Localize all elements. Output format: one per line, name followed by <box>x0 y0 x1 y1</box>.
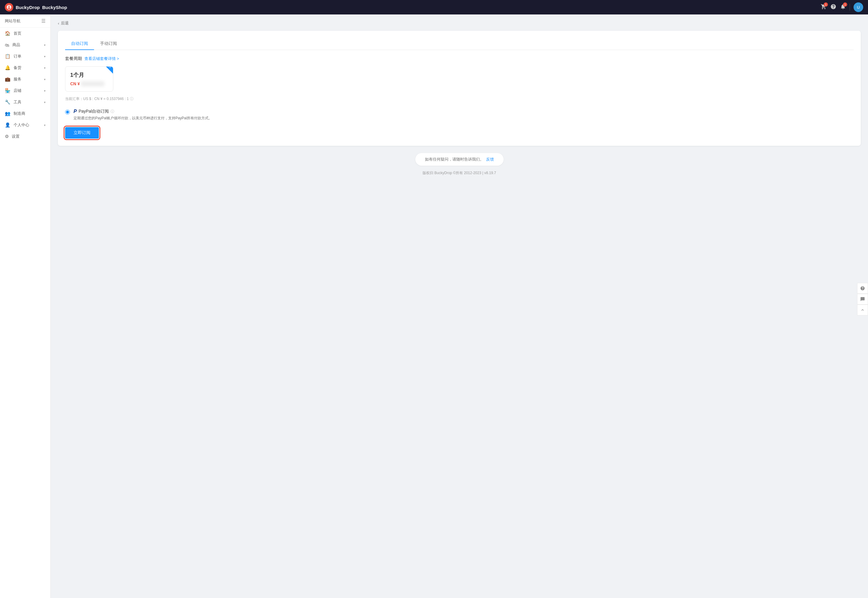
chevron-down-icon: ▾ <box>44 124 45 127</box>
back-arrow-icon: ‹ <box>58 21 59 25</box>
cart-badge: 1 <box>824 2 828 7</box>
service-icon: 💼 <box>5 76 10 82</box>
payment-label-text: PayPal自动订阅 <box>79 109 109 114</box>
sidebar-item-orders[interactable]: 📋 订单 ▾ <box>0 51 50 62</box>
topnav-icons: 1 1 U <box>821 2 863 12</box>
tools-icon: 🔧 <box>5 99 10 105</box>
section-title: 套餐周期 <box>65 56 82 61</box>
section-label: 套餐周期 查看店铺套餐详情 > <box>65 56 853 61</box>
sidebar-item-manufacturer[interactable]: 👥 制造商 <box>0 108 50 119</box>
sidebar: 网站导航 ☰ 🏠 首页 🛍 商品 ▾ 📋 订单 ▾ 🔔 备货 ▾ 💼 服务 ▾ <box>0 15 51 598</box>
sidebar-item-tools[interactable]: 🔧 工具 ▾ <box>0 96 50 108</box>
feedback-link[interactable]: 反馈 <box>486 157 494 162</box>
sidebar-item-personal[interactable]: 👤 个人中心 ▾ <box>0 119 50 131</box>
sidebar-item-stock-label: 备货 <box>13 65 41 70</box>
sidebar-item-tools-label: 工具 <box>13 99 41 105</box>
footer-bar: 如有任何疑问，请随时告诉我们。 反馈 <box>58 153 861 166</box>
float-panel <box>857 283 868 315</box>
notification-icon[interactable]: 1 <box>840 4 846 11</box>
chevron-down-icon: ▾ <box>44 66 45 70</box>
sidebar-item-stock[interactable]: 🔔 备货 ▾ <box>0 62 50 73</box>
menu-icon[interactable]: ☰ <box>41 18 45 24</box>
sidebar-item-service-label: 服务 <box>13 76 41 82</box>
store-icon: 🏪 <box>5 88 10 93</box>
layout: 网站导航 ☰ 🏠 首页 🛍 商品 ▾ 📋 订单 ▾ 🔔 备货 ▾ 💼 服务 ▾ <box>0 15 868 598</box>
cart-icon[interactable]: 1 <box>821 4 827 11</box>
manufacturer-icon: 👥 <box>5 111 10 116</box>
chevron-down-icon: ▾ <box>44 78 45 81</box>
logo-icon <box>5 3 13 12</box>
sidebar-item-personal-label: 个人中心 <box>13 122 41 128</box>
subscription-card: 自动订阅 手动订阅 套餐周期 查看店铺套餐详情 > 推荐 1个月 CN ¥ ••… <box>58 31 861 146</box>
home-icon: 🏠 <box>5 31 10 36</box>
sidebar-title: 网站导航 <box>5 18 21 24</box>
chevron-down-icon: ▾ <box>44 101 45 104</box>
help-icon[interactable] <box>830 4 837 11</box>
paypal-icon: P <box>73 109 77 114</box>
exchange-rate-text: 当前汇率：US $ : CN ¥ = 0.1537946 : 1 <box>65 96 129 102</box>
footer-message: 如有任何疑问，请随时告诉我们。 反馈 <box>415 153 504 166</box>
tab-manual[interactable]: 手动订阅 <box>94 38 123 50</box>
notification-badge: 1 <box>843 2 847 7</box>
payment-option: P PayPal自动订阅 ⓘ 定期通过您的PayPal账户循环付款，以美元币种进… <box>65 109 853 121</box>
subscribe-button[interactable]: 立即订阅 <box>65 127 99 139</box>
sidebar-item-home[interactable]: 🏠 首页 <box>0 28 50 39</box>
float-up-icon[interactable] <box>857 305 868 315</box>
chevron-down-icon: ▾ <box>44 55 45 58</box>
chevron-down-icon: ▾ <box>44 43 45 47</box>
plan-title: 1个月 <box>70 72 108 79</box>
exchange-rate: 当前汇率：US $ : CN ¥ = 0.1537946 : 1 ⓘ <box>65 96 853 102</box>
plan-card[interactable]: 推荐 1个月 CN ¥ •••••• <box>65 66 113 91</box>
float-chat-icon[interactable] <box>857 294 868 305</box>
payment-info-icon[interactable]: ⓘ <box>111 109 114 114</box>
chevron-down-icon: ▾ <box>44 89 45 93</box>
logo[interactable]: BuckyDrop BuckyShop <box>5 3 67 12</box>
tabs: 自动订阅 手动订阅 <box>65 38 853 50</box>
sidebar-item-settings-label: 设置 <box>12 134 45 139</box>
footer-message-text: 如有任何疑问，请随时告诉我们。 <box>425 157 484 162</box>
paypal-radio[interactable] <box>65 110 70 115</box>
brand1: BuckyDrop <box>16 5 40 10</box>
sidebar-item-settings[interactable]: ⚙ 设置 <box>0 131 50 142</box>
payment-description: 定期通过您的PayPal账户循环付款，以美元币种进行支付，支持PayPal所有付… <box>73 115 212 121</box>
settings-icon: ⚙ <box>5 134 9 139</box>
sidebar-item-home-label: 首页 <box>13 31 45 36</box>
avatar[interactable]: U <box>853 2 863 12</box>
orders-icon: 📋 <box>5 54 10 59</box>
sidebar-item-store[interactable]: 🏪 店铺 ▾ <box>0 85 50 96</box>
stock-icon: 🔔 <box>5 65 10 70</box>
sidebar-item-service[interactable]: 💼 服务 ▾ <box>0 73 50 85</box>
sidebar-item-orders-label: 订单 <box>13 54 41 59</box>
sidebar-item-store-label: 店铺 <box>13 88 41 93</box>
tab-auto[interactable]: 自动订阅 <box>65 38 94 50</box>
main-content: ‹ 后退 自动订阅 手动订阅 套餐周期 查看店铺套餐详情 > 推荐 1个月 CN… <box>51 15 868 598</box>
footer-copyright: 版权归 BuckyDrop ©所有 2012-2023 | v8.19.7 <box>58 170 861 176</box>
sidebar-item-products[interactable]: 🛍 商品 ▾ <box>0 39 50 51</box>
personal-icon: 👤 <box>5 122 10 128</box>
sidebar-item-products-label: 商品 <box>12 42 41 48</box>
info-icon: ⓘ <box>130 96 133 102</box>
sidebar-item-manufacturer-label: 制造商 <box>13 111 45 116</box>
plan-detail-link[interactable]: 查看店铺套餐详情 > <box>84 56 119 61</box>
topnav-divider <box>850 4 850 11</box>
back-label: 后退 <box>61 21 69 26</box>
float-help-icon[interactable] <box>857 283 868 294</box>
payment-label: P PayPal自动订阅 ⓘ <box>73 109 212 114</box>
sidebar-header: 网站导航 ☰ <box>0 15 50 28</box>
brand2: BuckyShop <box>42 5 67 10</box>
plan-price-value: •••••• <box>81 81 104 87</box>
products-icon: 🛍 <box>5 42 9 48</box>
plan-price-prefix: CN ¥ <box>70 81 80 86</box>
back-button[interactable]: ‹ 后退 <box>58 21 861 26</box>
topnav: BuckyDrop BuckyShop 1 1 U <box>0 0 868 15</box>
